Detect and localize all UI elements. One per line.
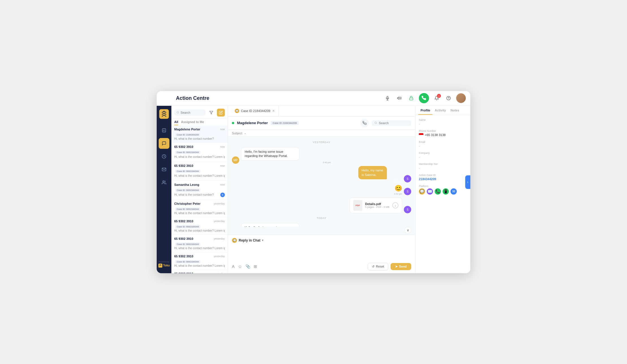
sg-flag: [419, 133, 423, 136]
expand-tab[interactable]: ›: [465, 175, 470, 189]
nav-chat[interactable]: [159, 138, 169, 149]
message-row: 😊 3:42 pm S: [232, 185, 411, 195]
list-item[interactable]: 65 9302 3910 yesterday Case ID: 90621843…: [171, 235, 228, 252]
field-membership: Membership Tier -: [419, 163, 467, 170]
profile-content: Name - Phone Number +65 3138 3138 Email …: [415, 115, 470, 273]
call-button[interactable]: [419, 93, 429, 103]
msg-time: 3:42 pm: [358, 180, 402, 182]
list-item[interactable]: 65 9302 3910 now Case ID: 9062184344 Hi,…: [171, 162, 228, 181]
reply-buttons: ↺ Reset ➤ Send: [368, 263, 411, 270]
message-row: Hello, my name is Sabrina. 3:42 pm S: [232, 166, 411, 182]
chat-tab-label: Case ID 2184344209: [241, 109, 270, 113]
tab-activity[interactable]: Activity: [432, 106, 448, 115]
toku-logo: Toku: [158, 264, 170, 268]
chat-contact-name: Magdelene Porter: [237, 121, 268, 125]
list-item[interactable]: 65 9302 3910 yesterday Case ID: 90621843…: [171, 270, 228, 273]
chat-tab-active[interactable]: 💬 Case ID 2184344209 ✕: [232, 106, 279, 116]
svg-point-11: [375, 122, 376, 124]
chat-panel: 💬 Case ID 2184344209 ✕ Magdelene Porter …: [228, 106, 415, 273]
chat-search-input[interactable]: [379, 121, 408, 125]
pdf-icon: PDF: [353, 200, 362, 211]
right-tabs: Profile Activity Notes: [415, 106, 470, 115]
phone-call-button[interactable]: [360, 119, 369, 127]
emoji-icon[interactable]: ☺: [238, 264, 242, 269]
text-format-icon[interactable]: A: [232, 264, 234, 269]
field-email: Email -: [419, 141, 467, 148]
list-item[interactable]: 65 9302 3910 yesterday Case ID: 90621843…: [171, 217, 228, 235]
nav-contacts[interactable]: [159, 177, 169, 188]
field-case-id: Active Case ID 2184344209: [419, 174, 467, 181]
list-item[interactable]: Magdelene Porter now Case ID: 2184344209…: [171, 125, 228, 143]
template-icon[interactable]: ⊞: [254, 264, 257, 269]
logo: [159, 109, 169, 119]
lock-icon[interactable]: [407, 94, 415, 102]
svg-rect-8: [158, 264, 162, 268]
reply-icon: 💬: [232, 238, 237, 243]
platform-message[interactable]: ✉️: [427, 188, 433, 195]
header-right: 4: [383, 93, 466, 103]
chat-search-box[interactable]: [372, 120, 411, 126]
list-item[interactable]: Samantha Leong now Case ID: 9062184344 H…: [171, 181, 228, 200]
online-indicator: [232, 122, 234, 124]
svg-point-7: [163, 181, 164, 182]
reset-button[interactable]: ↺ Reset: [368, 263, 388, 270]
list-item[interactable]: 65 9302 3910 now Case ID: 9062184344 Hi,…: [171, 143, 228, 162]
list-item[interactable]: Christopher Peter yesterday Case ID: 906…: [171, 200, 228, 217]
subject-bar: Subject -: [228, 130, 415, 137]
help-icon[interactable]: [444, 94, 453, 102]
tab-profile[interactable]: Profile: [418, 106, 432, 115]
msg-avatar: MP: [232, 156, 239, 164]
mic-icon[interactable]: [383, 94, 392, 102]
scroll-controls: ∨: [228, 227, 415, 235]
chat-messages: YESTERDAY MP Hello, I'm facing some issu…: [228, 137, 415, 227]
msg-avatar: S: [404, 206, 411, 213]
pdf-name: Details.pdf: [365, 202, 389, 206]
date-today: TODAY: [232, 217, 411, 219]
reply-tools: A ☺ 📎 ⊞: [232, 264, 257, 269]
reply-textarea[interactable]: [232, 245, 411, 259]
message-bubble: Hello, I'm facing some issue regarding t…: [241, 223, 300, 227]
field-platform: Platform 💬 ✉️ 📞 📱 ✉: [419, 185, 467, 195]
nav-messages[interactable]: [159, 164, 169, 175]
right-panel: Profile Activity Notes Name - Phone Numb…: [415, 106, 470, 273]
msg-time: 3:40 pm: [241, 161, 331, 164]
speaker-icon[interactable]: [395, 94, 404, 102]
list-item[interactable]: 65 9302 3910 yesterday Case ID: 90621843…: [171, 252, 228, 270]
platform-whatsapp[interactable]: 📱: [443, 188, 449, 195]
pdf-meta: 5 pages · PDF · 3 MB: [365, 206, 389, 208]
field-name: Name -: [419, 119, 467, 126]
scroll-down-button[interactable]: ∨: [404, 227, 411, 234]
compose-button[interactable]: [217, 109, 225, 117]
message-row: PDF Details.pdf 5 pages · PDF · 3 MB ↓ S: [232, 197, 411, 213]
send-button[interactable]: ➤ Send: [391, 263, 411, 270]
nav-analytics[interactable]: [159, 125, 169, 136]
tab-all[interactable]: All: [174, 120, 178, 125]
chat-tab-close[interactable]: ✕: [272, 109, 275, 113]
platform-phone[interactable]: 📞: [435, 188, 441, 195]
conv-search-box[interactable]: [174, 109, 206, 116]
conv-search-input[interactable]: [180, 111, 203, 114]
tab-notes[interactable]: Notes: [448, 106, 462, 115]
svg-rect-0: [387, 96, 388, 98]
conv-header: [171, 106, 228, 119]
pdf-download-button[interactable]: ↓: [392, 202, 398, 208]
platform-chat[interactable]: 💬: [419, 188, 425, 195]
svg-point-9: [177, 111, 178, 113]
reply-type-button[interactable]: Reply in Chat ▾: [239, 238, 263, 242]
filter-icon[interactable]: [207, 109, 215, 117]
chat-tab-icon: 💬: [235, 109, 239, 113]
msg-time: 3:42 pm: [394, 193, 402, 195]
msg-avatar: S: [404, 188, 411, 195]
user-avatar[interactable]: [456, 93, 466, 103]
svg-rect-2: [410, 98, 413, 100]
subject-label: Subject: [232, 132, 242, 135]
conversation-panel: All Assigned to Me Magdelene Porter now …: [171, 106, 228, 273]
msg-avatar: S: [404, 175, 411, 182]
message-bubble: Hello, my name is Sabrina.: [358, 166, 387, 179]
attachment-icon[interactable]: 📎: [245, 264, 250, 269]
notification-button[interactable]: 4: [432, 94, 441, 102]
tab-assigned[interactable]: Assigned to Me: [181, 120, 204, 125]
nav-history[interactable]: [159, 151, 169, 162]
platform-email[interactable]: ✉: [451, 188, 457, 195]
subject-value: -: [245, 132, 246, 135]
